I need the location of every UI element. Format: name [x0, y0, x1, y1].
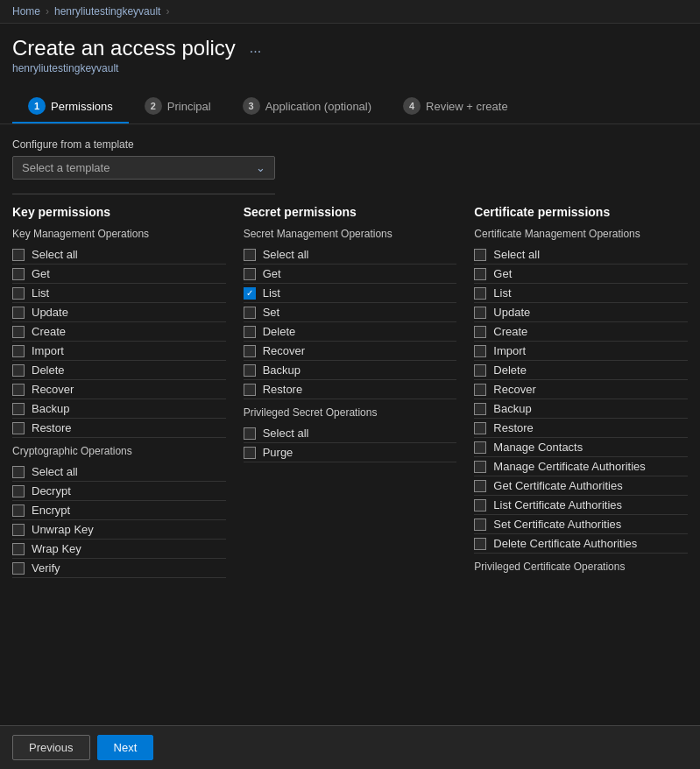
- checkbox-cert-set-ca[interactable]: [474, 519, 486, 531]
- list-item: List: [12, 284, 226, 303]
- checkbox-crypto-select-all[interactable]: [12, 466, 25, 478]
- template-placeholder: Select a template: [22, 161, 110, 174]
- checkbox-secret-backup[interactable]: [244, 364, 256, 377]
- checkbox-key-restore[interactable]: [12, 422, 25, 434]
- tab-permissions-label: Permissions: [51, 100, 113, 113]
- checkbox-crypto-unwrap[interactable]: [12, 524, 25, 536]
- permissions-grid: Key permissions Key Management Operation…: [12, 205, 688, 594]
- checkbox-cert-backup[interactable]: [474, 403, 486, 415]
- ellipsis-button[interactable]: ...: [244, 39, 266, 58]
- secret-permissions-title: Secret permissions: [244, 205, 457, 219]
- checkbox-secret-get[interactable]: [244, 268, 256, 280]
- list-item: Get Certificate Authorities: [474, 476, 688, 496]
- list-item: Decrypt: [12, 482, 226, 501]
- checkbox-secret-select-all[interactable]: [244, 249, 256, 261]
- checkbox-secret-delete[interactable]: [244, 326, 256, 338]
- list-item: Set Certificate Authorities: [474, 515, 688, 534]
- config-label: Configure from a template: [12, 138, 688, 151]
- cert-mgmt-list: Select all Get List Update: [474, 245, 688, 554]
- checkbox-cert-update[interactable]: [474, 307, 486, 319]
- checkbox-cert-select-all[interactable]: [474, 249, 486, 261]
- checkbox-secret-set[interactable]: [244, 307, 256, 319]
- list-item: Backup: [244, 361, 457, 380]
- checkbox-cert-manage-contacts[interactable]: [474, 441, 486, 454]
- list-item: Update: [474, 303, 688, 322]
- checkbox-cert-list[interactable]: [474, 287, 486, 300]
- cert-permissions-title: Certificate permissions: [474, 205, 688, 219]
- checkbox-cert-delete-ca[interactable]: [474, 538, 486, 550]
- checkbox-key-backup[interactable]: [12, 403, 25, 415]
- secret-permissions-col: Secret permissions Secret Management Ope…: [244, 205, 457, 585]
- checkbox-crypto-verify[interactable]: [12, 562, 25, 575]
- template-select[interactable]: Select a template ⌄: [12, 156, 275, 180]
- checkbox-key-update[interactable]: [12, 307, 25, 319]
- key-permissions-col: Key permissions Key Management Operation…: [12, 205, 226, 585]
- checkbox-key-create[interactable]: [12, 326, 25, 338]
- next-button[interactable]: Next: [97, 735, 154, 760]
- list-item: Delete: [244, 322, 457, 342]
- cert-mgmt-title: Certificate Management Operations: [474, 228, 688, 240]
- tab-application-number: 3: [243, 97, 260, 115]
- checkbox-crypto-encrypt[interactable]: [12, 504, 25, 517]
- permissions-area: Key permissions Key Management Operation…: [12, 205, 688, 646]
- checkbox-key-delete[interactable]: [12, 364, 25, 377]
- list-item: Get: [12, 265, 226, 284]
- page-title: Create an access policy: [12, 36, 236, 60]
- checkbox-cert-get-ca[interactable]: [474, 480, 486, 492]
- checkbox-cert-delete[interactable]: [474, 364, 486, 377]
- list-item: Recover: [12, 380, 226, 399]
- list-item: Restore: [12, 419, 226, 438]
- wizard-tabs: 1 Permissions 2 Principal 3 Application …: [0, 81, 700, 124]
- list-item: Manage Certificate Authorities: [474, 457, 688, 476]
- secret-mgmt-list: Select all Get List Set: [244, 245, 457, 399]
- breadcrumb-sep2: ›: [166, 5, 169, 18]
- list-item: Recover: [474, 380, 688, 399]
- list-item: Import: [474, 342, 688, 361]
- checkbox-crypto-wrap[interactable]: [12, 543, 25, 555]
- list-item: Delete Certificate Authorities: [474, 534, 688, 554]
- tab-review[interactable]: 4 Review + create: [387, 90, 524, 123]
- list-item: Encrypt: [12, 501, 226, 520]
- breadcrumb-home[interactable]: Home: [12, 5, 40, 18]
- checkbox-secret-list[interactable]: [244, 287, 256, 300]
- list-item: Create: [12, 322, 226, 342]
- checkbox-cert-list-ca[interactable]: [474, 499, 486, 511]
- checkbox-cert-import[interactable]: [474, 345, 486, 357]
- tab-permissions[interactable]: 1 Permissions: [12, 90, 129, 123]
- list-item: List: [474, 284, 688, 303]
- checkbox-key-list[interactable]: [12, 287, 25, 300]
- checkbox-key-get[interactable]: [12, 268, 25, 280]
- secret-priv-title: Privileged Secret Operations: [244, 406, 457, 419]
- tab-principal-number: 2: [145, 97, 162, 115]
- checkbox-key-select-all[interactable]: [12, 249, 25, 261]
- list-item: Get: [474, 265, 688, 284]
- list-item: Set: [244, 303, 457, 322]
- list-item: List: [244, 284, 457, 303]
- checkbox-key-recover[interactable]: [12, 384, 25, 396]
- checkbox-cert-create[interactable]: [474, 326, 486, 338]
- list-item: Create: [474, 322, 688, 342]
- list-item: Manage Contacts: [474, 438, 688, 457]
- checkbox-cert-get[interactable]: [474, 268, 486, 280]
- list-item: Select all: [244, 424, 457, 443]
- checkbox-cert-recover[interactable]: [474, 384, 486, 396]
- list-item: Purge: [244, 443, 457, 462]
- checkbox-cert-manage-ca[interactable]: [474, 461, 486, 473]
- certificate-permissions-col: Certificate permissions Certificate Mana…: [474, 205, 688, 585]
- checkbox-key-import[interactable]: [12, 345, 25, 357]
- tab-principal[interactable]: 2 Principal: [129, 90, 227, 123]
- breadcrumb-vault[interactable]: henryliutestingkeyvault: [54, 5, 160, 18]
- checkbox-secret-recover[interactable]: [244, 345, 256, 357]
- previous-button[interactable]: Previous: [12, 735, 90, 760]
- list-item: Backup: [12, 399, 226, 419]
- tab-application[interactable]: 3 Application (optional): [227, 90, 387, 123]
- checkbox-crypto-decrypt[interactable]: [12, 485, 25, 497]
- checkbox-cert-restore[interactable]: [474, 422, 486, 434]
- checkbox-secret-restore[interactable]: [244, 384, 256, 396]
- checkbox-secret-priv-select-all[interactable]: [244, 427, 256, 440]
- checkbox-secret-purge[interactable]: [244, 447, 256, 459]
- tab-permissions-number: 1: [28, 97, 46, 115]
- list-item: Select all: [474, 245, 688, 265]
- list-item: Unwrap Key: [12, 520, 226, 540]
- secret-mgmt-title: Secret Management Operations: [244, 228, 457, 240]
